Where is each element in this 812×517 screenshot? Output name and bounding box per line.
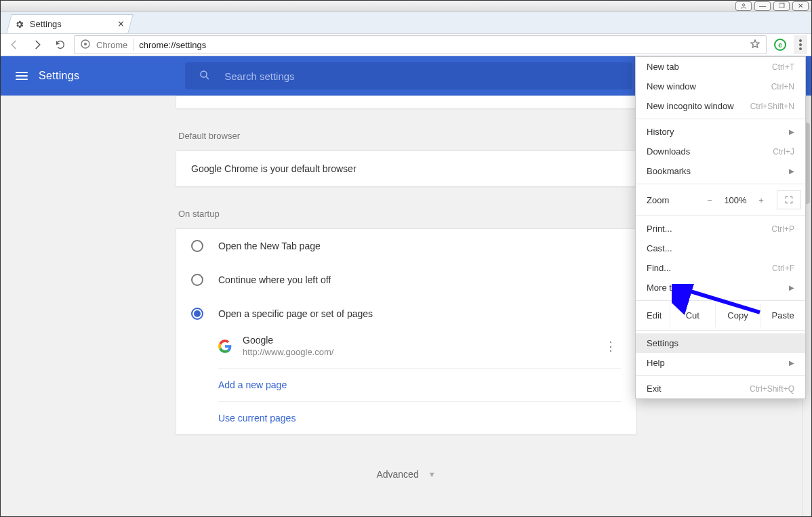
menu-label: Find...: [647, 263, 671, 273]
extension-badge[interactable]: e: [771, 35, 790, 54]
menu-item-more-tools[interactable]: More tools ▶: [636, 278, 805, 297]
menu-shortcut: Ctrl+Shift+N: [750, 102, 794, 111]
menu-item-zoom: Zoom − 100% +: [636, 187, 805, 213]
menu-shortcut: Ctrl+T: [772, 62, 794, 72]
menu-item-find[interactable]: Find... Ctrl+F: [636, 258, 805, 278]
startup-option-specific[interactable]: Open a specific page or set of pages: [176, 297, 636, 331]
menu-item-help[interactable]: Help ▶: [636, 353, 805, 373]
chrome-menu-button[interactable]: [794, 35, 807, 54]
os-maximize-button[interactable]: ❐: [773, 1, 790, 11]
menu-label: History: [647, 127, 674, 137]
chevron-down-icon: ▼: [428, 470, 436, 478]
extension-badge-icon: e: [774, 39, 786, 51]
startup-use-current[interactable]: Use current pages: [218, 401, 621, 434]
menu-label: Zoom: [647, 195, 699, 205]
os-close-button[interactable]: ✕: [792, 1, 809, 11]
page-title: Settings: [39, 70, 79, 82]
submenu-arrow-icon: ▶: [789, 128, 794, 136]
svg-point-4: [799, 43, 802, 46]
edit-cut-button[interactable]: Cut: [670, 304, 715, 327]
zoom-out-button[interactable]: −: [699, 190, 720, 210]
bookmark-star-icon[interactable]: [750, 39, 760, 51]
menu-item-edit: Edit Cut Copy Paste: [636, 304, 805, 327]
menu-separator: [636, 215, 805, 216]
menu-item-history[interactable]: History ▶: [636, 122, 805, 142]
advanced-toggle[interactable]: Advanced ▼: [176, 469, 636, 480]
radio-icon: [191, 240, 203, 252]
svg-point-6: [201, 71, 207, 77]
submenu-arrow-icon: ▶: [789, 359, 794, 367]
startup-option-label: Open the New Tab page: [218, 241, 321, 251]
menu-item-downloads[interactable]: Downloads Ctrl+J: [636, 142, 805, 161]
menu-label: Settings: [647, 338, 678, 348]
os-profile-button[interactable]: [735, 1, 752, 11]
gear-icon: [15, 20, 24, 29]
menu-label: Downloads: [647, 146, 690, 157]
menu-item-new-window[interactable]: New window Ctrl+N: [636, 77, 805, 96]
tab-title: Settings: [30, 19, 62, 29]
radio-checked-icon: [191, 308, 203, 320]
section-label-default-browser: Default browser: [178, 131, 636, 141]
menu-label: New window: [647, 81, 696, 91]
chrome-origin-icon: [80, 39, 91, 51]
menu-label: Help: [647, 358, 665, 368]
zoom-value: 100%: [720, 195, 751, 205]
nav-forward-button[interactable]: [28, 35, 47, 54]
tab-close-icon[interactable]: ✕: [117, 19, 125, 29]
zoom-in-button[interactable]: +: [751, 190, 771, 210]
svg-point-2: [84, 43, 87, 45]
menu-item-incognito[interactable]: New incognito window Ctrl+Shift+N: [636, 96, 805, 116]
search-settings-field[interactable]: [185, 62, 632, 89]
edit-paste-button[interactable]: Paste: [760, 304, 805, 327]
edit-copy-button[interactable]: Copy: [715, 304, 760, 327]
tab-settings[interactable]: Settings ✕: [6, 14, 134, 33]
use-current-link: Use current pages: [218, 413, 296, 423]
menu-label: Cast...: [647, 243, 672, 253]
menu-shortcut: Ctrl+J: [773, 147, 794, 157]
search-icon: [199, 69, 211, 83]
omnibox-url: chrome://settings: [139, 40, 206, 50]
menu-label: Bookmarks: [647, 166, 691, 176]
startup-option-new-tab[interactable]: Open the New Tab page: [176, 229, 636, 263]
startup-page-title: Google: [243, 335, 333, 346]
chrome-menu: New tab Ctrl+T New window Ctrl+N New inc…: [635, 56, 806, 399]
os-titlebar: — ❐ ✕: [1, 1, 811, 12]
menu-label: Edit: [636, 304, 670, 327]
menu-separator: [636, 300, 805, 301]
startup-option-continue[interactable]: Continue where you left off: [176, 263, 636, 297]
menu-item-settings[interactable]: Settings: [636, 333, 805, 353]
menu-item-bookmarks[interactable]: Bookmarks ▶: [636, 161, 805, 181]
os-minimize-button[interactable]: —: [754, 1, 771, 11]
google-favicon: [218, 339, 232, 353]
submenu-arrow-icon: ▶: [789, 167, 794, 175]
advanced-label: Advanced: [376, 469, 418, 480]
nav-reload-button[interactable]: [51, 35, 70, 54]
card-top-sliver: [176, 96, 636, 109]
radio-icon: [191, 274, 203, 286]
menu-item-cast[interactable]: Cast...: [636, 239, 805, 258]
omnibox-scheme: Chrome: [96, 40, 127, 50]
card-startup: Open the New Tab page Continue where you…: [176, 228, 636, 435]
omnibox[interactable]: Chrome chrome://settings: [74, 35, 767, 54]
startup-option-label: Open a specific page or set of pages: [218, 308, 373, 319]
search-input[interactable]: [223, 70, 619, 83]
nav-back-button[interactable]: [5, 35, 24, 54]
menu-item-exit[interactable]: Exit Ctrl+Shift+Q: [636, 379, 805, 398]
menu-separator: [636, 330, 805, 331]
menu-item-print[interactable]: Print... Ctrl+P: [636, 219, 805, 239]
default-browser-text: Google Chrome is your default browser: [191, 163, 621, 174]
menu-shortcut: Ctrl+N: [771, 82, 794, 91]
fullscreen-button[interactable]: [777, 190, 801, 209]
menu-separator: [636, 375, 805, 376]
startup-add-page[interactable]: Add a new page: [218, 368, 621, 401]
menu-item-new-tab[interactable]: New tab Ctrl+T: [636, 57, 805, 77]
menu-label: Print...: [647, 224, 672, 234]
startup-page-url: http://www.google.com/: [243, 347, 333, 357]
hamburger-icon[interactable]: [16, 72, 28, 80]
menu-label: New tab: [647, 62, 679, 72]
startup-page-row: Google http://www.google.com/ ⋮: [218, 331, 621, 368]
startup-page-menu-icon[interactable]: ⋮: [601, 339, 621, 354]
card-default-browser: Google Chrome is your default browser: [176, 150, 636, 187]
menu-label: New incognito window: [647, 101, 734, 111]
omnibox-divider: [133, 39, 134, 51]
